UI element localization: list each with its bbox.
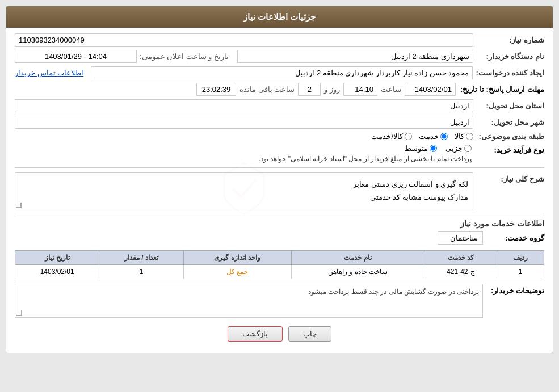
col-header-qty: تعداد / مقدار [99, 250, 183, 264]
back-button[interactable]: بازگشت [228, 326, 283, 342]
purchase-type-note: پرداخت تمام یا بخشی از مبلغ خریدار از مح… [15, 155, 472, 163]
category-radio-group: کالا خدمت کالا/خدمت [371, 132, 473, 141]
col-header-unit: واحد اندازه گیری [183, 250, 291, 264]
creator-row: ایجاد کننده درخواست: محمود حسن زاده نیار… [15, 66, 544, 79]
deadline-date: 1403/02/01 [405, 83, 456, 96]
creator-label: ایجاد کننده درخواست: [476, 69, 544, 77]
main-card: جزئیات اطلاعات نیاز شماره نیاز: 11030932… [6, 6, 553, 353]
cell-code: ج-42-421 [424, 264, 497, 279]
action-buttons: چاپ بازگشت [15, 326, 544, 342]
need-number-value: 1103093234000049 [15, 33, 473, 47]
category-kala-khedmat[interactable]: کالا/خدمت [371, 132, 412, 141]
cell-qty: 1 [99, 264, 183, 279]
purchase-type-label: نوع فرآیند خرید: [476, 144, 544, 154]
resize-handle[interactable] [16, 203, 22, 208]
category-khedmat[interactable]: خدمت [419, 132, 448, 141]
page-title: جزئیات اطلاعات نیاز [243, 12, 316, 22]
services-info-title: اطلاعات خدمات مورد نیاز [15, 219, 544, 228]
need-number-label: شماره نیاز: [476, 36, 544, 44]
need-description-container: لکه گیری و آسفالت ریزی دستی معابر مدارک … [15, 172, 473, 209]
deadline-time-label: ساعت [381, 85, 401, 94]
need-description-row: شرح کلی نیاز: لکه گیری و آسفالت ریزی دست… [15, 172, 544, 209]
category-kala-khedmat-label: کالا/خدمت [371, 132, 403, 141]
contact-link[interactable]: اطلاعات تماس خریدار [15, 69, 83, 77]
deadline-days-label: روز و [324, 85, 340, 94]
need-description-box: لکه گیری و آسفالت ریزی دستی معابر مدارک … [15, 172, 473, 209]
col-header-code: کد خدمت [424, 250, 497, 264]
page-container: جزئیات اطلاعات نیاز شماره نیاز: 11030932… [0, 0, 559, 392]
print-button[interactable]: چاپ [288, 326, 331, 342]
city-label: شهر محل تحویل: [476, 118, 544, 127]
announce-date-value: 1403/01/29 - 14:04 [15, 50, 137, 63]
cell-unit: جمع کل [183, 264, 291, 279]
deadline-days: 2 [298, 83, 321, 96]
category-kala[interactable]: کالا [455, 132, 473, 141]
category-khedmat-label: خدمت [419, 132, 439, 141]
col-header-name: نام خدمت [291, 250, 424, 264]
purchase-jozei-label: جزیی [445, 144, 463, 153]
buyer-notes-label: توضیحات خریدار: [487, 284, 544, 295]
deadline-time: 14:10 [343, 83, 377, 96]
purchase-type-row: نوع فرآیند خرید: جزیی متوسط پرداخت تمام … [15, 144, 544, 163]
card-body: شماره نیاز: 1103093234000049 نام دستگاه … [6, 28, 553, 353]
col-header-row: ردیف [497, 250, 544, 264]
category-kala-label: کالا [455, 132, 464, 141]
group-service-row: گروه خدمت: ساختمان [15, 231, 544, 245]
need-number-row: شماره نیاز: 1103093234000049 [15, 33, 544, 47]
deadline-remaining-label: ساعت باقی مانده [239, 85, 295, 94]
deadline-row: مهلت ارسال پاسخ: تا تاریخ: 1403/02/01 سا… [15, 83, 544, 96]
services-section: ردیف کد خدمت نام خدمت واحد اندازه گیری ت… [15, 250, 544, 279]
divider-2 [15, 214, 544, 214]
city-row: شهر محل تحویل: اردبیل [15, 116, 544, 129]
purchase-motavaset-label: متوسط [405, 144, 428, 153]
buyer-org-value: شهرداری منطقه 2 اردبیل [237, 50, 473, 63]
notes-resize-handle[interactable] [16, 310, 22, 316]
city-value: اردبیل [15, 116, 473, 129]
table-row: 1 ج-42-421 ساخت جاده و راهاهن جمع کل 1 1… [15, 264, 544, 279]
table-header-row: ردیف کد خدمت نام خدمت واحد اندازه گیری ت… [15, 250, 544, 264]
cell-date: 1403/02/01 [15, 264, 99, 279]
announce-buyer-row: نام دستگاه خریدار: شهرداری منطقه 2 اردبی… [15, 50, 544, 63]
purchase-type-content: جزیی متوسط پرداخت تمام یا بخشی از مبلغ خ… [15, 144, 472, 163]
buyer-notes-box: پرداختی در صورت گشایش مالی در چند قسط پر… [15, 284, 483, 318]
buyer-notes-text: پرداختی در صورت گشایش مالی در چند قسط پر… [19, 288, 479, 296]
category-label: طبقه بندی موضوعی: [476, 132, 544, 141]
purchase-type-radios: جزیی متوسط [15, 144, 472, 153]
need-desc-line1: لکه گیری و آسفالت ریزی دستی معابر [20, 178, 468, 191]
card-header: جزئیات اطلاعات نیاز [6, 6, 553, 28]
cell-row: 1 [497, 264, 544, 279]
announce-date-label: تاریخ و ساعت اعلان عمومی: [140, 52, 229, 61]
group-service-value: ساختمان [438, 231, 483, 245]
services-table: ردیف کد خدمت نام خدمت واحد اندازه گیری ت… [15, 250, 544, 279]
cell-name: ساخت جاده و راهاهن [291, 264, 424, 279]
province-row: استان محل تحویل: اردبیل [15, 99, 544, 112]
deadline-remaining: 23:02:39 [196, 83, 236, 96]
purchase-motavaset[interactable]: متوسط [405, 144, 437, 153]
buyer-notes: توضیحات خریدار: پرداختی در صورت گشایش ما… [15, 284, 544, 318]
group-service-label: گروه خدمت: [487, 234, 544, 242]
col-header-date: تاریخ نیاز [15, 250, 99, 264]
creator-value: محمود حسن زاده نیار کاربردار شهرداری منط… [91, 66, 473, 79]
divider-1 [15, 167, 544, 168]
deadline-label: مهلت ارسال پاسخ: تا تاریخ: [460, 85, 544, 94]
category-row: طبقه بندی موضوعی: کالا خدمت کالا/خدمت [15, 132, 544, 141]
purchase-jozei[interactable]: جزیی [445, 144, 472, 153]
need-desc-line2: مدارک پیوست مشابه کد خدمتی [20, 191, 468, 204]
need-description-label: شرح کلی نیاز: [476, 172, 544, 183]
province-label: استان محل تحویل: [476, 102, 544, 110]
deadline-fields: 1403/02/01 ساعت 14:10 روز و 2 ساعت باقی … [15, 83, 456, 96]
province-value: اردبیل [15, 99, 473, 112]
buyer-org-label: نام دستگاه خریدار: [476, 52, 544, 61]
